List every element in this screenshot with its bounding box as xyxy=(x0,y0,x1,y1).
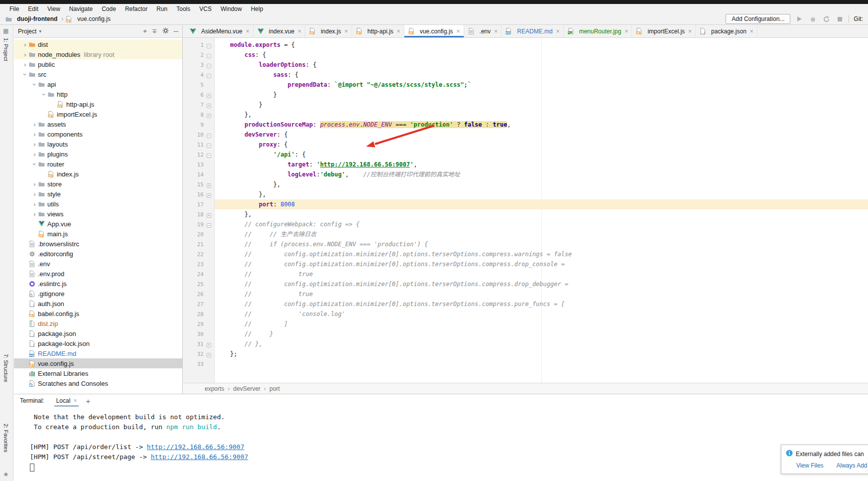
chevron-down-icon[interactable]: ▾ xyxy=(39,28,41,34)
tool-stripe-structure[interactable]: 7: Structure xyxy=(3,354,9,382)
git-branch-label[interactable]: Git: xyxy=(854,15,863,22)
tree-item-.gitignore[interactable]: .gitignore xyxy=(14,289,182,299)
close-icon[interactable]: × xyxy=(688,28,692,35)
tree-item-Scratches and Consoles[interactable]: Scratches and Consoles xyxy=(14,378,182,388)
hide-panel-icon[interactable]: ─ xyxy=(174,27,178,35)
tree-item-package.json[interactable]: {..}package.json xyxy=(14,328,182,338)
favorites-star-icon[interactable]: ★ xyxy=(3,471,9,478)
fold-icon[interactable]: ˄ xyxy=(207,94,211,98)
terminal-tab-local[interactable]: Local × xyxy=(54,395,79,407)
fold-icon[interactable]: ˄ xyxy=(207,193,211,198)
fold-icon[interactable]: − xyxy=(207,54,211,58)
close-icon[interactable]: × xyxy=(73,397,77,404)
tree-item-External Libraries[interactable]: External Libraries xyxy=(14,368,182,378)
terminal-link[interactable]: http://192.168.66.56:9007 xyxy=(147,443,245,451)
fold-icon[interactable]: − xyxy=(207,144,211,148)
close-icon[interactable]: × xyxy=(246,28,249,35)
breadcrumb-devServer[interactable]: devServer xyxy=(233,385,260,392)
tree-item-plugins[interactable]: ›plugins xyxy=(14,149,182,159)
breadcrumb-exports[interactable]: exports xyxy=(205,385,224,392)
tab-menuRouter.jpg[interactable]: menuRouter.jpg× xyxy=(564,25,632,37)
notification-link-always-add[interactable]: Always Add xyxy=(836,462,867,469)
menu-item-refactor[interactable]: Refactor xyxy=(121,5,152,12)
code-link[interactable]: http://192.168.66.56:9007 xyxy=(320,161,410,168)
tree-item-package-lock.json[interactable]: {..}package-lock.json xyxy=(14,338,182,348)
chevron-expanded-icon[interactable]: › xyxy=(40,91,48,98)
tree-item-http[interactable]: ›http xyxy=(14,89,182,99)
tree-item-router[interactable]: ›router xyxy=(14,159,182,169)
terminal-link[interactable]: http://192.168.66.56:9007 xyxy=(151,453,248,461)
stop-icon[interactable] xyxy=(835,14,844,23)
tree-item-components[interactable]: ›components xyxy=(14,129,182,139)
fold-icon[interactable]: − xyxy=(207,223,211,228)
tree-item-App.vue[interactable]: App.vue xyxy=(14,219,182,229)
project-panel-title[interactable]: Project xyxy=(18,28,36,35)
run-icon[interactable] xyxy=(795,14,804,23)
close-icon[interactable]: × xyxy=(457,28,460,35)
chevron-collapsed-icon[interactable]: › xyxy=(31,151,38,158)
menu-item-run[interactable]: Run xyxy=(152,5,172,12)
tree-item-.env[interactable]: .env xyxy=(14,259,182,269)
close-icon[interactable]: × xyxy=(494,28,497,35)
chevron-collapsed-icon[interactable]: › xyxy=(22,51,28,58)
debug-icon[interactable] xyxy=(808,14,817,23)
run-with-coverage-icon[interactable] xyxy=(822,14,831,23)
chevron-collapsed-icon[interactable]: › xyxy=(31,200,38,208)
menu-item-code[interactable]: Code xyxy=(97,5,121,12)
menu-item-edit[interactable]: Edit xyxy=(23,5,43,12)
menu-item-window[interactable]: Window xyxy=(216,5,247,12)
tree-item-.browserslistrc[interactable]: .browserslistrc xyxy=(14,239,182,249)
chevron-collapsed-icon[interactable]: › xyxy=(31,210,38,218)
tree-item-README.md[interactable]: MDREADME.md xyxy=(14,348,182,358)
menu-item-vcs[interactable]: VCS xyxy=(195,5,216,12)
chevron-collapsed-icon[interactable]: › xyxy=(22,61,28,68)
fold-icon[interactable]: − xyxy=(207,134,211,138)
fold-icon[interactable]: − xyxy=(207,154,211,158)
tree-item-utils[interactable]: ›utils xyxy=(14,199,182,209)
menu-item-view[interactable]: View xyxy=(43,5,65,12)
fold-icon[interactable]: ˄ xyxy=(207,213,211,218)
tree-item-.eslintrc.js[interactable]: .eslintrc.js xyxy=(14,279,182,289)
tree-item-dist[interactable]: ›dist xyxy=(14,39,182,49)
chevron-collapsed-icon[interactable]: › xyxy=(31,180,38,188)
tool-windows-icon[interactable]: ▦ xyxy=(3,27,8,34)
tab-index.vue[interactable]: index.vue× xyxy=(253,25,305,37)
code-area[interactable]: module.exports = { css: { loaderOptions:… xyxy=(215,38,868,383)
fold-icon[interactable]: ˄ xyxy=(207,343,211,347)
fold-icon[interactable]: ˄ xyxy=(207,104,211,108)
tab-importExcel.js[interactable]: JSimportExcel.js× xyxy=(632,25,696,37)
tree-item-auth.json[interactable]: {..}auth.json xyxy=(14,299,182,309)
tree-item-.editorconfig[interactable]: .editorconfig xyxy=(14,249,182,259)
chevron-expanded-icon[interactable]: › xyxy=(31,161,38,167)
tree-item-dist.zip[interactable]: dist.zip xyxy=(14,319,182,328)
fold-icon[interactable]: − xyxy=(207,64,211,68)
tree-item-importExcel.js[interactable]: JSimportExcel.js xyxy=(14,109,182,119)
tree-item-vue.config.js[interactable]: JSvue.config.js xyxy=(14,358,182,368)
tab-.env[interactable]: .env× xyxy=(464,25,502,37)
chevron-expanded-icon[interactable]: › xyxy=(31,81,38,88)
close-icon[interactable]: × xyxy=(624,28,628,35)
close-icon[interactable]: × xyxy=(298,28,301,35)
tree-item-store[interactable]: ›store xyxy=(14,179,182,189)
fold-icon[interactable]: ˄ xyxy=(207,114,211,118)
editor[interactable]: 1−2−3−4−56˄7˄8˄910−11−12−131415˄16˄1718˄… xyxy=(183,38,868,383)
fold-icon[interactable]: ˄ xyxy=(207,183,211,188)
tree-item-src[interactable]: ›src xyxy=(14,69,182,79)
tab-README.md[interactable]: MDREADME.md× xyxy=(501,25,563,37)
fold-icon[interactable]: ˄ xyxy=(207,353,211,357)
menu-item-tools[interactable]: Tools xyxy=(172,5,195,12)
tab-package.json[interactable]: {..}package.json× xyxy=(696,25,757,37)
tree-item-api[interactable]: ›api xyxy=(14,79,182,89)
breadcrumb-file[interactable]: vue.config.js xyxy=(77,15,111,22)
notification-link-view-files[interactable]: View Files xyxy=(796,462,823,469)
chevron-collapsed-icon[interactable]: › xyxy=(31,121,38,128)
add-configuration-button[interactable]: Add Configuration... xyxy=(726,14,790,24)
close-icon[interactable]: × xyxy=(750,28,753,35)
chevron-collapsed-icon[interactable]: › xyxy=(31,131,38,138)
terminal-output[interactable]: Note that the development build is not o… xyxy=(14,407,868,472)
tree-item-index.js[interactable]: JSindex.js xyxy=(14,169,182,179)
chevron-collapsed-icon[interactable]: › xyxy=(31,141,38,148)
tool-stripe-favorites[interactable]: 2: Favorites xyxy=(3,424,9,452)
tree-item-style[interactable]: ›style xyxy=(14,189,182,199)
tab-http-api.js[interactable]: JShttp-api.js× xyxy=(352,25,404,37)
